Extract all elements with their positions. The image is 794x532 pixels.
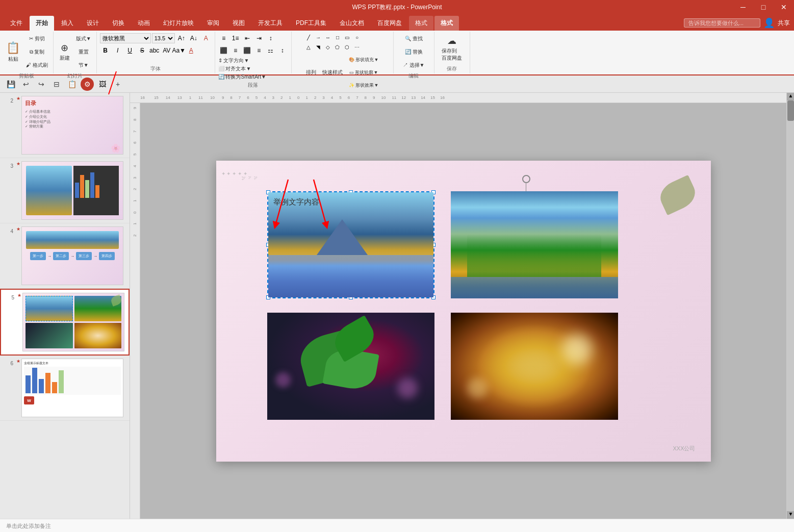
slide-thumb-6[interactable]: 6 ★ 业绩展示标题文本 W [0,356,130,421]
tab-file[interactable]: 文件 [4,16,29,31]
slide-thumb-2[interactable]: 2 ★ 目录 ✓ 介绍基本信息 ✓ 介绍公文化 ✓ 详细介绍产品 ✓ 营销方案 … [0,93,130,158]
justify-button[interactable]: ≡ [253,45,265,56]
align-center-button[interactable]: ≡ [230,45,241,56]
diamond-icon[interactable]: ◇ [323,42,332,52]
arrow-icon[interactable]: → [314,33,323,42]
tab-review[interactable]: 审阅 [201,16,225,31]
qa-redo-button[interactable]: ↪ [35,78,48,91]
maximize-button[interactable]: □ [753,0,774,14]
align-text-btn[interactable]: ⬜ 对齐文本▼ [218,65,288,72]
canvas-area[interactable]: 1615141311110987654321012345678910111213… [130,93,786,519]
tab-transitions[interactable]: 切换 [106,16,131,31]
tab-baidu[interactable]: 百度网盘 [371,16,408,31]
tab-format2[interactable]: 格式 [434,16,459,31]
find-button[interactable]: 🔍 查找 [401,33,427,45]
font-replace-button[interactable]: Aa▼ [173,45,185,56]
tab-insert[interactable]: 插入 [55,16,80,31]
ribbon-search-input[interactable] [684,18,760,28]
scroll-thumb-v[interactable] [787,100,794,121]
shape-fill-button[interactable]: 🎨 形状填充▼ [347,54,380,66]
text-highlight-button[interactable]: A [186,45,197,56]
cut-button[interactable]: ✂ ✂剪切剪切 [24,33,50,45]
font-color-picker[interactable]: A [200,33,212,44]
notes-bar[interactable]: 单击此处添加备注 [0,519,794,532]
italic-button[interactable]: I [112,45,123,56]
shape-outline-button[interactable]: ▭ 形状轮廓▼ [347,66,380,79]
reset-button[interactable]: 重置 [74,46,93,58]
tab-developer[interactable]: 开发工具 [252,16,289,31]
quick-styles-button[interactable]: 快速样式 [320,54,345,91]
slide-canvas[interactable]: ✦ ✦ ✦ ✦ ✦ [216,161,711,462]
underline-button[interactable]: U [124,45,136,56]
bottom-left-image[interactable] [267,313,434,420]
qa-undo-button[interactable]: ↩ [19,78,33,91]
convert-smartart-btn[interactable]: 🔄 转换为SmartArt▼ [218,73,288,81]
tab-format1[interactable]: 格式 [409,16,433,31]
slide-thumb-3[interactable]: 3 ★ [0,158,130,223]
circle-icon[interactable]: ○ [352,33,362,42]
arrange-button[interactable]: 排列 [304,54,318,91]
more-shapes-icon[interactable]: ⋯ [352,42,362,52]
layout-button[interactable]: 版式▼ [74,33,93,45]
copy-button[interactable]: ⧉ 复制 [24,46,50,58]
tab-slideshow[interactable]: 幻灯片放映 [157,16,200,31]
slide-canvas-wrapper[interactable]: ✦ ✦ ✦ ✦ ✦ [140,103,786,519]
tab-pdf[interactable]: PDF工具集 [290,16,332,31]
bold-button[interactable]: B [100,45,111,56]
select-button[interactable]: ↗ 选择▼ [401,59,427,71]
tab-design[interactable]: 设计 [81,16,105,31]
bottom-right-image[interactable] [451,313,618,420]
replace-button[interactable]: 🔄 替换 [401,46,427,58]
tab-home[interactable]: 开始 [30,16,54,31]
scroll-track-v[interactable] [787,100,794,511]
triangle-icon[interactable]: △ [304,42,313,52]
decrease-indent-button[interactable]: ⇤ [242,33,253,44]
save-to-baidu-button[interactable]: ☁ 保存到百度网盘 [439,33,465,64]
rtriangle-icon[interactable]: ◥ [314,42,323,52]
rect-icon[interactable]: □ [333,33,342,42]
font-name-select[interactable]: 微软雅黑 [100,33,151,43]
top-right-image[interactable] [451,191,618,298]
linespace-button[interactable]: ↕ [277,45,288,56]
close-button[interactable]: ✕ [774,0,794,14]
shadow-button[interactable]: abc [149,45,160,56]
shape-effect-button[interactable]: ✨ 形状效果▼ [347,79,380,91]
vertical-scrollbar[interactable]: ▲ ▼ [786,93,794,519]
tab-jinshan[interactable]: 金山文档 [334,16,370,31]
format-paint-button[interactable]: 🖌 格式刷 [24,59,50,71]
line-icon[interactable]: ╱ [304,33,313,42]
minimize-button[interactable]: ─ [733,0,753,14]
font-increase-button[interactable]: A↑ [176,33,187,44]
qa-active-button[interactable]: ⚙ [81,78,94,91]
double-arrow-icon[interactable]: ↔ [323,33,332,42]
increase-indent-button[interactable]: ⇥ [253,33,265,44]
col-button[interactable]: ⚏ [265,45,276,56]
qa-save-button[interactable]: 💾 [4,78,17,91]
font-decrease-button[interactable]: A↓ [188,33,199,44]
share-button[interactable]: 共享 [778,19,790,28]
align-left-button[interactable]: ⬛ [218,45,229,56]
font-size-select[interactable]: 13.5 [152,33,175,43]
pentagon-icon[interactable]: ⬠ [333,42,342,52]
numbered-list-button[interactable]: 1≡ [230,33,241,44]
align-right-button[interactable]: ⬛ [242,45,253,56]
user-icon[interactable]: 👤 [763,17,775,29]
new-slide-button[interactable]: ⊕ 新建 [57,33,73,71]
bullet-list-button[interactable]: ≡ [218,33,229,44]
scroll-up-button[interactable]: ▲ [787,93,794,100]
hexagon-icon[interactable]: ⬡ [343,42,352,52]
paste-button[interactable]: 📋 粘贴 [3,33,23,71]
slide-thumb-4[interactable]: 4 ★ 第一步 → 第二步 → 第三步 → 第四步 [0,223,130,289]
tab-view[interactable]: 视图 [226,16,251,31]
text-direction-button[interactable]: ↕ [265,33,276,44]
slide-panel[interactable]: 2 ★ 目录 ✓ 介绍基本信息 ✓ 介绍公文化 ✓ 详细介绍产品 ✓ 营销方案 … [0,93,130,519]
text-direction-btn[interactable]: ⇕ 文字方向▼ [218,57,288,64]
rounded-rect-icon[interactable]: ▭ [343,33,352,42]
scroll-down-button[interactable]: ▼ [787,511,794,519]
selected-image-frame[interactable]: 举例文字内容 [267,191,434,298]
qa-custom1-button[interactable]: 📋 [65,78,79,91]
char-spacing-button[interactable]: AV [161,45,172,56]
qa-slide-mode-button[interactable]: ⊟ [50,78,63,91]
tab-animations[interactable]: 动画 [132,16,156,31]
slide-thumb-5[interactable]: 5 ★ [0,289,130,356]
